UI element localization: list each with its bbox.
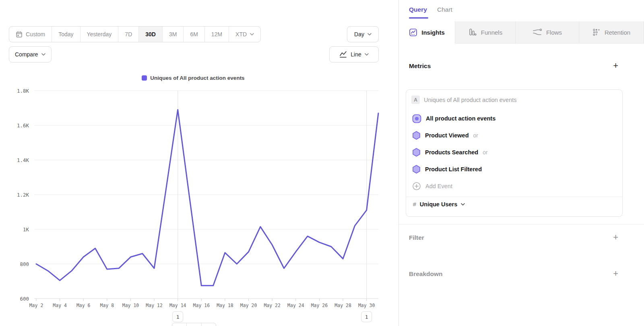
compare-dropdown[interactable]: Compare <box>9 46 52 62</box>
tab-chart[interactable]: Chart <box>437 6 452 13</box>
y-axis-label: 1.4K <box>17 157 29 163</box>
funnels-icon <box>468 28 477 37</box>
range-6m[interactable]: 6M <box>184 27 204 42</box>
event-label: Add Event <box>425 183 452 189</box>
tab-flows-label: Flows <box>546 29 562 36</box>
chevron-down-icon <box>461 203 465 206</box>
add-breakdown-button[interactable]: + <box>613 270 618 278</box>
range-label: 3M <box>169 31 177 37</box>
x-axis-label: May 30 <box>358 303 375 308</box>
breakdown-section-title: Breakdown <box>409 270 443 278</box>
clipped-bottom-widget[interactable] <box>172 323 216 326</box>
chart-legend[interactable]: Uniques of All product action events <box>0 75 386 81</box>
tab-query[interactable]: Query <box>409 6 427 13</box>
range-yesterday[interactable]: Yesterday <box>80 27 119 42</box>
y-axis-label: 800 <box>20 261 29 267</box>
measurement-dropdown[interactable]: # Unique Users <box>413 201 465 208</box>
chart-type-label: Line <box>351 51 361 58</box>
add-metric-button[interactable]: + <box>613 62 618 70</box>
metric-summary-label: Uniques of All product action events <box>424 97 517 103</box>
x-axis-label: May 18 <box>217 303 233 308</box>
range-label: Yesterday <box>87 31 112 37</box>
metric-event-list: All product action eventsProduct Viewedo… <box>406 110 622 195</box>
x-axis-label: May 2 <box>29 303 43 308</box>
event-row-add-event[interactable]: Add Event <box>406 178 622 195</box>
chevron-down-icon <box>367 33 372 35</box>
range-label: Today <box>58 31 73 37</box>
line-series[interactable] <box>36 110 378 286</box>
active-tab-underline <box>409 17 428 19</box>
event-operator-label: or <box>483 149 487 156</box>
event-hexagon-icon <box>412 165 421 174</box>
interval-label: Day <box>354 31 364 37</box>
calendar-icon <box>16 31 23 38</box>
x-axis-label: May 12 <box>146 303 163 308</box>
event-row-product-viewed[interactable]: Product Viewedor <box>406 127 622 144</box>
x-axis-label: May 10 <box>122 303 139 308</box>
card-divider <box>406 197 622 197</box>
y-axis-label: 600 <box>20 296 29 302</box>
event-label: Products Searched <box>425 149 478 156</box>
metric-summary-row[interactable]: A Uniques of All product action events <box>411 96 517 104</box>
chevron-down-icon <box>250 33 254 35</box>
flows-icon <box>533 28 542 36</box>
compare-label: Compare <box>15 51 38 58</box>
filter-section-title: Filter <box>409 234 424 241</box>
event-hexagon-icon <box>412 148 421 157</box>
range-30d[interactable]: 30D <box>139 27 163 42</box>
interval-dropdown[interactable]: Day <box>347 26 379 42</box>
range-label: 7D <box>125 31 132 37</box>
range-label: 30D <box>145 31 156 37</box>
x-axis-label: May 16 <box>193 303 210 308</box>
chevron-down-icon <box>365 53 369 56</box>
x-axis-label: May 6 <box>76 303 91 308</box>
range-12m[interactable]: 12M <box>205 27 229 42</box>
metric-badge: A <box>411 96 420 104</box>
range-label: XTD <box>235 31 247 37</box>
section-divider <box>399 224 644 224</box>
event-operator-label: or <box>473 132 478 139</box>
measurement-label: Unique Users <box>420 201 457 208</box>
x-axis-label: May 22 <box>264 303 281 308</box>
tab-retention[interactable]: Retention <box>579 21 644 44</box>
metric-card: A Uniques of All product action events A… <box>406 89 623 217</box>
event-label: Product Viewed <box>425 132 469 139</box>
legend-swatch <box>142 75 147 81</box>
x-axis-label: May 28 <box>334 303 351 308</box>
add-filter-button[interactable]: + <box>613 233 618 241</box>
range-3m[interactable]: 3M <box>163 27 184 42</box>
retention-icon <box>592 28 601 36</box>
tab-flows[interactable]: Flows <box>516 21 579 44</box>
range-xtd[interactable]: XTD <box>229 27 260 42</box>
tab-funnels[interactable]: Funnels <box>455 21 516 44</box>
event-row-product-list-filtered[interactable]: Product List Filtered <box>406 161 622 178</box>
annotation-badge-label: 1 <box>365 314 368 320</box>
tab-retention-label: Retention <box>605 29 630 36</box>
event-label: All product action events <box>426 115 495 122</box>
insights-report-page: CustomTodayYesterday7D30D3M6M12MXTD Day … <box>0 0 644 326</box>
event-row-all-product-action-events[interactable]: All product action events <box>406 110 622 127</box>
event-label: Product List Filtered <box>425 166 482 172</box>
x-axis-label: May 24 <box>287 303 304 308</box>
number-icon: # <box>413 201 416 208</box>
range-7d[interactable]: 7D <box>118 27 139 42</box>
custom-event-icon <box>412 114 421 123</box>
legend-label: Uniques of All product action events <box>150 75 244 81</box>
x-axis-label: May 8 <box>100 303 114 308</box>
range-custom[interactable]: Custom <box>9 27 52 42</box>
query-panel: Query Chart Insights Funnels <box>398 0 644 326</box>
report-mode-tabs: Insights Funnels Flows <box>399 21 644 44</box>
chevron-down-icon <box>41 53 45 56</box>
metrics-section-title: Metrics <box>409 62 431 70</box>
tab-insights[interactable]: Insights <box>399 21 455 44</box>
event-row-products-searched[interactable]: Products Searchedor <box>406 144 622 161</box>
chart-type-dropdown[interactable]: Line <box>329 46 379 62</box>
tab-funnels-label: Funnels <box>481 29 502 36</box>
add-event-icon <box>412 182 421 191</box>
x-axis-label: May 14 <box>169 303 186 308</box>
range-today[interactable]: Today <box>52 27 80 42</box>
date-range-group: CustomTodayYesterday7D30D3M6M12MXTD <box>9 26 261 42</box>
y-axis-label: 1K <box>23 226 29 233</box>
tab-insights-label: Insights <box>421 29 445 36</box>
insights-icon <box>409 28 417 37</box>
